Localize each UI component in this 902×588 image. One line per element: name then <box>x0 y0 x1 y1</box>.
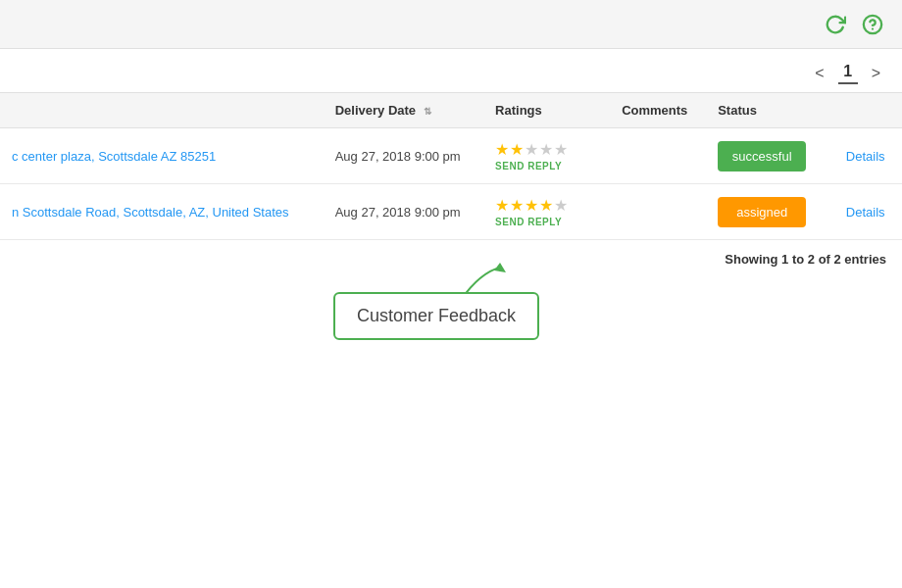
table-row: c center plaza, Scottsdale AZ 85251 Aug … <box>0 128 902 184</box>
tooltip-label: Customer Feedback <box>357 306 516 325</box>
comments-cell-2 <box>610 184 706 240</box>
delivery-date-cell-2: Aug 27, 2018 9:00 pm <box>324 184 483 240</box>
refresh-button[interactable] <box>822 11 849 38</box>
col-delivery-date[interactable]: Delivery Date ⇅ <box>324 93 483 128</box>
col-actions <box>827 93 902 128</box>
svg-marker-2 <box>494 263 506 272</box>
delivery-date-cell-1: Aug 27, 2018 9:00 pm <box>324 128 483 184</box>
help-button[interactable] <box>859 11 886 38</box>
status-cell-1: successful <box>706 128 827 184</box>
address-cell-1: c center plaza, Scottsdale AZ 85251 <box>0 128 324 184</box>
current-page: 1 <box>838 63 858 84</box>
star-1-3: ★ <box>525 140 538 159</box>
comments-cell-1 <box>610 128 706 184</box>
details-cell-1: Details <box>827 128 902 184</box>
star-2-3: ★ <box>525 196 538 215</box>
star-2-4: ★ <box>539 196 553 215</box>
orders-table-container: Delivery Date ⇅ Ratings Comments Status … <box>0 92 902 240</box>
prev-page-button[interactable]: < <box>809 63 829 84</box>
status-cell-2: assigned <box>706 184 827 240</box>
pagination: < 1 > <box>0 49 902 92</box>
col-comments: Comments <box>610 93 706 128</box>
send-reply-2[interactable]: SEND REPLY <box>495 217 598 227</box>
col-address <box>0 93 324 128</box>
rating-cell-1: ★ ★ ★ ★ ★ SEND REPLY <box>483 128 610 184</box>
orders-table: Delivery Date ⇅ Ratings Comments Status … <box>0 92 902 240</box>
next-page-button[interactable]: > <box>866 63 886 84</box>
details-link-1[interactable]: Details <box>846 149 885 164</box>
table-row: n Scottsdale Road, Scottsdale, AZ, Unite… <box>0 184 902 240</box>
toolbar-icons <box>822 11 886 38</box>
rating-cell-2: ★ ★ ★ ★ ★ SEND REPLY <box>483 184 610 240</box>
status-badge-1: successful <box>718 141 806 172</box>
star-2-5: ★ <box>554 196 568 215</box>
customer-feedback-tooltip: Customer Feedback <box>333 292 539 340</box>
details-link-2[interactable]: Details <box>846 205 885 220</box>
star-2-1: ★ <box>495 196 509 215</box>
status-badge-2: assigned <box>718 197 806 227</box>
stars-row-2: ★ ★ ★ ★ ★ <box>495 196 598 215</box>
address-cell-2: n Scottsdale Road, Scottsdale, AZ, Unite… <box>0 184 324 240</box>
stars-row-1: ★ ★ ★ ★ ★ <box>495 140 598 159</box>
sort-delivery-date-icon: ⇅ <box>424 106 431 117</box>
send-reply-1[interactable]: SEND REPLY <box>495 161 598 172</box>
details-cell-2: Details <box>827 184 902 240</box>
star-1-1: ★ <box>495 140 509 159</box>
tooltip-box: Customer Feedback <box>333 292 539 340</box>
top-bar <box>0 0 902 49</box>
star-1-2: ★ <box>510 140 524 159</box>
table-header-row: Delivery Date ⇅ Ratings Comments Status <box>0 93 902 128</box>
star-1-5: ★ <box>554 140 568 159</box>
col-ratings: Ratings <box>483 93 610 128</box>
star-2-2: ★ <box>510 196 524 215</box>
star-1-4: ★ <box>539 140 553 159</box>
col-status: Status <box>706 93 827 128</box>
